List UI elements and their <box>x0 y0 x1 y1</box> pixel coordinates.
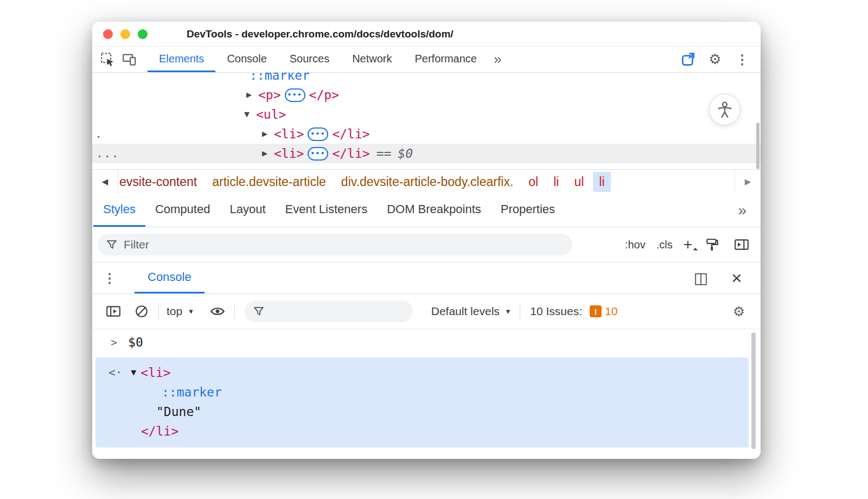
result-line-close: </li> <box>95 421 749 441</box>
crumb-ul[interactable]: ul <box>568 172 590 192</box>
result-line-marker: ::marker <box>95 382 749 402</box>
tab-elements[interactable]: Elements <box>148 47 215 72</box>
devtools-window: DevTools - developer.chrome.com/docs/dev… <box>92 22 761 459</box>
dom-tree-scrollbar[interactable] <box>756 123 760 169</box>
dom-node-li-selected[interactable]: ... ▶ <li> ••• </li> == $0 <box>92 144 761 163</box>
settings-gear-icon[interactable]: ⚙ <box>704 49 726 71</box>
collapse-arrow-icon[interactable]: ▼ <box>244 105 252 124</box>
execution-context-selector[interactable]: top ▾ <box>167 305 193 318</box>
toggle-sidebar-icon[interactable] <box>732 235 751 254</box>
equals-badge: == <box>376 144 392 163</box>
drawer-actions: ◫ × <box>690 263 748 293</box>
result-line-text: "Dune" <box>95 402 749 421</box>
crumb-li-selected[interactable]: li <box>593 172 610 192</box>
panel-tabs: Elements Console Sources Network Perform… <box>148 47 488 72</box>
crumb-article-body[interactable]: div.devsite-article-body.clearfix. <box>335 172 519 192</box>
console-output: > $0 <· ▼ <li> ::marker "Dune" </li> <box>92 329 761 459</box>
dom-node-p[interactable]: ▶ <p> ••• </p> <box>92 85 761 105</box>
issues-counter[interactable]: 10 Issues: ! 10 <box>530 305 617 318</box>
console-toolbar: top ▾ Default levels ▾ <box>92 294 761 329</box>
tab-network[interactable]: Network <box>341 47 403 72</box>
show-console-sidebar-icon[interactable] <box>104 302 123 321</box>
tab-layout[interactable]: Layout <box>220 194 275 227</box>
tab-computed[interactable]: Computed <box>145 194 220 227</box>
tab-event-listeners[interactable]: Event Listeners <box>276 194 378 227</box>
toolbar-right-actions: ⚙ ⋮ <box>677 47 753 72</box>
tab-performance[interactable]: Performance <box>404 47 489 72</box>
tab-sources[interactable]: Sources <box>278 47 341 72</box>
more-sidebar-tabs-icon[interactable]: » <box>724 194 761 227</box>
issue-warning-icon: ! <box>590 305 602 317</box>
dollar-zero-badge: $0 <box>398 144 413 163</box>
drawer-tab-console[interactable]: Console <box>135 263 205 293</box>
toggle-hover-state-button[interactable]: :hov <box>625 239 646 251</box>
log-levels-selector[interactable]: Default levels ▾ <box>431 305 510 318</box>
drawer-kebab-menu-icon[interactable]: ⋮ <box>98 263 122 293</box>
dom-tree-panel: ::marker ▶ <p> ••• </p> ▼ <ul> . ▶ <li> … <box>92 73 761 169</box>
dom-node-ul[interactable]: ▼ <ul> <box>92 105 761 124</box>
result-line-open: <· ▼ <li> <box>95 363 749 382</box>
breadcrumb-prev-icon[interactable]: ◀ <box>92 170 118 194</box>
crumb-article[interactable]: article.devsite-article <box>206 172 332 192</box>
console-prompt-icon: > <box>111 336 117 349</box>
styles-filter-field[interactable] <box>98 234 572 255</box>
crumb-ol[interactable]: ol <box>522 172 544 192</box>
console-result-block[interactable]: <· ▼ <li> ::marker "Dune" </li> <box>95 357 749 447</box>
close-window-button[interactable] <box>103 29 113 39</box>
titlebar: DevTools - developer.chrome.com/docs/dev… <box>92 22 761 47</box>
dom-node-marker-clipped[interactable]: ::marker <box>92 73 761 85</box>
clipped-text-fragment: . <box>95 124 102 144</box>
collapse-arrow-icon[interactable]: ▼ <box>131 363 136 382</box>
issues-badge: ! 10 <box>590 305 617 318</box>
sync-icon[interactable] <box>677 49 699 71</box>
inspect-element-icon[interactable] <box>97 47 118 72</box>
toolbar-divider <box>520 303 520 319</box>
tab-dom-breakpoints[interactable]: DOM Breakpoints <box>377 194 491 227</box>
accessibility-overlay-button[interactable] <box>709 94 741 125</box>
main-toolbar: Elements Console Sources Network Perform… <box>92 47 761 73</box>
crumb-devsite-content[interactable]: evsite-content <box>118 172 203 192</box>
minimize-window-button[interactable] <box>120 29 130 39</box>
styles-filter-input[interactable] <box>124 238 564 251</box>
more-tabs-icon[interactable]: » <box>488 47 507 72</box>
tab-properties[interactable]: Properties <box>491 194 565 227</box>
console-filter-field[interactable] <box>245 300 413 322</box>
breadcrumb: ◀ evsite-content article.devsite-article… <box>92 169 761 194</box>
tab-console[interactable]: Console <box>215 47 278 72</box>
funnel-icon <box>106 240 117 250</box>
device-toolbar-icon[interactable] <box>118 47 140 72</box>
breadcrumb-next-icon[interactable]: ▶ <box>735 170 761 194</box>
close-drawer-icon[interactable]: × <box>726 267 748 289</box>
styles-filter-row: :hov .cls + <box>92 227 761 263</box>
inline-ellipsis-button[interactable]: ••• <box>308 127 328 141</box>
eye-icon[interactable] <box>208 302 227 321</box>
crumb-li[interactable]: li <box>547 172 565 192</box>
inline-ellipsis-button[interactable]: ••• <box>285 88 305 102</box>
clear-console-icon[interactable] <box>132 302 151 321</box>
styles-sidebar-tabs: Styles Computed Layout Event Listeners D… <box>92 194 761 227</box>
return-value-icon: <· <box>108 363 122 382</box>
traffic-lights <box>103 29 148 39</box>
styles-filter-actions: :hov .cls + <box>625 235 751 254</box>
window-title: DevTools - developer.chrome.com/docs/dev… <box>187 28 454 40</box>
split-panel-icon[interactable]: ◫ <box>690 267 712 289</box>
dom-node-li-1[interactable]: . ▶ <li> ••• </li> <box>92 124 761 144</box>
evaluated-expression-text: $0 <box>128 335 143 349</box>
console-drawer-header: ⋮ Console ◫ × <box>92 263 761 294</box>
toolbar-divider <box>158 303 159 319</box>
funnel-icon <box>253 306 264 316</box>
new-style-rule-button[interactable]: + <box>684 237 692 252</box>
kebab-menu-icon[interactable]: ⋮ <box>731 49 753 71</box>
zoom-window-button[interactable] <box>138 29 148 39</box>
clipped-text-fragment: ... <box>96 144 119 163</box>
tab-styles[interactable]: Styles <box>93 194 145 227</box>
inline-ellipsis-button[interactable]: ••• <box>308 147 328 161</box>
console-scrollbar[interactable] <box>751 332 756 449</box>
toggle-class-button[interactable]: .cls <box>656 239 673 251</box>
console-settings-gear-icon[interactable]: ⚙ <box>728 300 750 322</box>
expand-arrow-icon[interactable]: ▶ <box>246 85 254 105</box>
expand-arrow-icon[interactable]: ▶ <box>262 124 270 144</box>
expand-arrow-icon[interactable]: ▶ <box>262 144 270 163</box>
breadcrumb-strip: evsite-content article.devsite-article d… <box>118 170 735 194</box>
rendering-brush-icon[interactable] <box>703 235 722 254</box>
